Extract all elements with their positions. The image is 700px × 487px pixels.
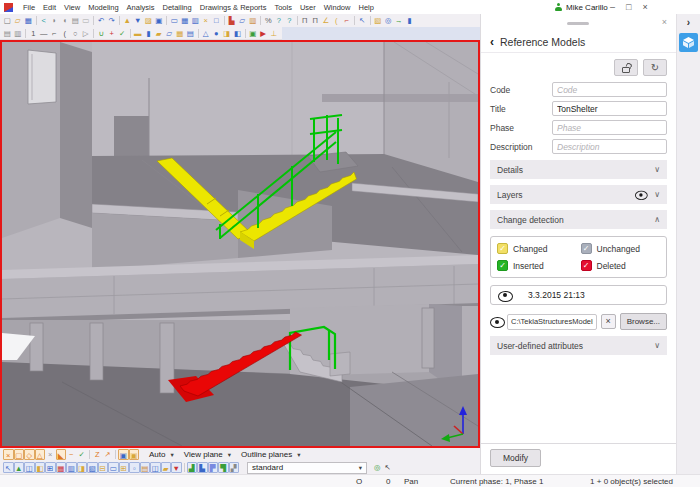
- select-single-bolts-icon[interactable]: ▫: [129, 462, 140, 473]
- select-welds-icon[interactable]: ▧: [87, 462, 98, 473]
- expand-panel-icon[interactable]: ›: [677, 17, 700, 28]
- eye-icon[interactable]: [498, 291, 511, 300]
- snap-z-icon[interactable]: Z: [92, 449, 103, 460]
- properties-page-2-icon[interactable]: ▥: [13, 28, 24, 39]
- select-all-icon[interactable]: ▲: [14, 462, 25, 473]
- panel-drag-handle[interactable]: [567, 22, 589, 25]
- import-icon[interactable]: ▼: [133, 15, 144, 26]
- new-model-icon[interactable]: ▢: [2, 15, 13, 26]
- measure-x-icon[interactable]: Π: [300, 15, 311, 26]
- eye-icon[interactable]: [490, 317, 503, 326]
- measure-arc-icon[interactable]: (: [331, 15, 342, 26]
- section-layers[interactable]: Layers ∨: [490, 185, 667, 204]
- save-model-icon[interactable]: ▦: [23, 15, 34, 26]
- section-change-detection[interactable]: Change detection ∧: [490, 210, 667, 229]
- clear-path-icon[interactable]: ×: [601, 314, 616, 329]
- menu-window[interactable]: Window: [320, 3, 355, 12]
- clip-cut-icon[interactable]: ×: [201, 15, 212, 26]
- snap-midpoint-icon[interactable]: △: [35, 449, 46, 460]
- menu-help[interactable]: Help: [354, 3, 377, 12]
- back-chevron-icon[interactable]: ‹: [490, 35, 494, 49]
- rebar-tool-icon[interactable]: ▤: [185, 28, 196, 39]
- inquire-part-icon[interactable]: ?: [284, 15, 295, 26]
- unlock-button[interactable]: [614, 59, 638, 76]
- browse-button[interactable]: Browse...: [620, 313, 667, 330]
- panel-tool-icon[interactable]: ▦: [175, 28, 186, 39]
- select-bolts-icon[interactable]: ⊞: [119, 462, 130, 473]
- folder-icon[interactable]: ▱: [237, 15, 248, 26]
- fetch-icon[interactable]: ▲: [122, 15, 133, 26]
- title-input[interactable]: [552, 101, 667, 116]
- auto-connect-icon[interactable]: ∪: [96, 28, 107, 39]
- menu-drawings-reports[interactable]: Drawings & Reports: [196, 3, 271, 12]
- menu-view[interactable]: View: [60, 3, 84, 12]
- undo-icon[interactable]: ↶: [96, 15, 107, 26]
- select-cursor-icon[interactable]: ↖: [383, 462, 394, 473]
- section-details[interactable]: Details ∨: [490, 160, 667, 179]
- snap-plane-icon[interactable]: ▣: [118, 449, 129, 460]
- select-smart-icon[interactable]: ↖: [3, 462, 14, 473]
- cut-tool-icon[interactable]: ◨: [222, 28, 233, 39]
- eye-icon[interactable]: [635, 191, 646, 199]
- clip-box-icon[interactable]: □: [211, 15, 222, 26]
- menu-detailing[interactable]: Detailing: [159, 3, 196, 12]
- select-cuts-icon[interactable]: ⊟: [98, 462, 109, 473]
- changed-checkbox[interactable]: ✓: [497, 243, 508, 254]
- select-grid-lines-icon[interactable]: ▥: [66, 462, 77, 473]
- view-grid-icon[interactable]: ▥: [190, 15, 201, 26]
- panel-close-icon[interactable]: ×: [662, 18, 667, 27]
- select-joints-icon[interactable]: ◨: [77, 462, 88, 473]
- reference-models-tab[interactable]: [679, 33, 698, 52]
- select-planes-icon[interactable]: ▰: [161, 462, 172, 473]
- fitting-tool-icon[interactable]: ◧: [232, 28, 243, 39]
- zoom-percent-icon[interactable]: %: [263, 15, 274, 26]
- publish-icon[interactable]: →: [394, 15, 405, 26]
- model-view-window[interactable]: [0, 40, 480, 448]
- beam-tool-icon[interactable]: ▬: [133, 28, 144, 39]
- phases-globe-icon[interactable]: ◎: [372, 462, 383, 473]
- slab-tool-icon[interactable]: ▱: [164, 28, 175, 39]
- menu-tools[interactable]: Tools: [270, 3, 296, 12]
- view-list-icon[interactable]: ▦: [180, 15, 191, 26]
- new-view-icon[interactable]: ▭: [169, 15, 180, 26]
- menu-analysis[interactable]: Analysis: [123, 3, 159, 12]
- measure-flag-icon[interactable]: ⌐: [342, 15, 353, 26]
- close-button[interactable]: ×: [642, 0, 647, 14]
- select-assemblies-icon[interactable]: ▙: [197, 462, 208, 473]
- snapshot-icon[interactable]: ▣: [154, 15, 165, 26]
- select-distances-icon[interactable]: ◫: [150, 462, 161, 473]
- component-catalog-icon[interactable]: ▣: [248, 28, 259, 39]
- create-point-icon[interactable]: 1: [28, 28, 39, 39]
- refresh-button[interactable]: ↻: [643, 59, 667, 76]
- snap-edge-icon[interactable]: ~: [66, 449, 77, 460]
- menu-edit[interactable]: Edit: [39, 3, 60, 12]
- select-rebar-icon[interactable]: ▤: [140, 462, 151, 473]
- create-arc-icon[interactable]: (: [60, 28, 71, 39]
- repair-icon[interactable]: ✓: [117, 28, 128, 39]
- model-path-input[interactable]: [507, 314, 597, 330]
- snap-mode-combo[interactable]: Auto ▾: [149, 450, 174, 459]
- select-reference-objects-icon[interactable]: ▞: [229, 462, 240, 473]
- select-grids-icon[interactable]: ▦: [56, 462, 67, 473]
- modify-button[interactable]: Modify: [490, 449, 541, 467]
- minimize-button[interactable]: –: [610, 0, 615, 14]
- concrete-pour-icon[interactable]: ▨: [143, 15, 154, 26]
- select-objects-in-components-icon[interactable]: ▜: [218, 462, 229, 473]
- pointer-icon[interactable]: ↖: [357, 15, 368, 26]
- bookmark-icon[interactable]: ▙: [227, 15, 238, 26]
- comment-2-icon[interactable]: ◖: [60, 15, 71, 26]
- column-tool-icon[interactable]: ▮: [143, 28, 154, 39]
- unchanged-checkbox[interactable]: ✓: [581, 243, 592, 254]
- select-points-icon[interactable]: ⊞: [45, 462, 56, 473]
- phase-input[interactable]: [552, 120, 667, 135]
- model-view-3d[interactable]: [2, 42, 478, 446]
- create-circle-icon[interactable]: ○: [70, 28, 81, 39]
- select-views-icon[interactable]: ▭: [108, 462, 119, 473]
- work-plane-combo[interactable]: View plane ▾: [184, 450, 231, 459]
- select-surfaces-icon[interactable]: ◧: [35, 462, 46, 473]
- maximize-button[interactable]: □: [626, 0, 631, 14]
- menu-user[interactable]: User: [296, 3, 320, 12]
- redo-icon[interactable]: ↷: [107, 15, 118, 26]
- create-polyline-icon[interactable]: ⌐: [49, 28, 60, 39]
- plate-tool-icon[interactable]: ▰: [154, 28, 165, 39]
